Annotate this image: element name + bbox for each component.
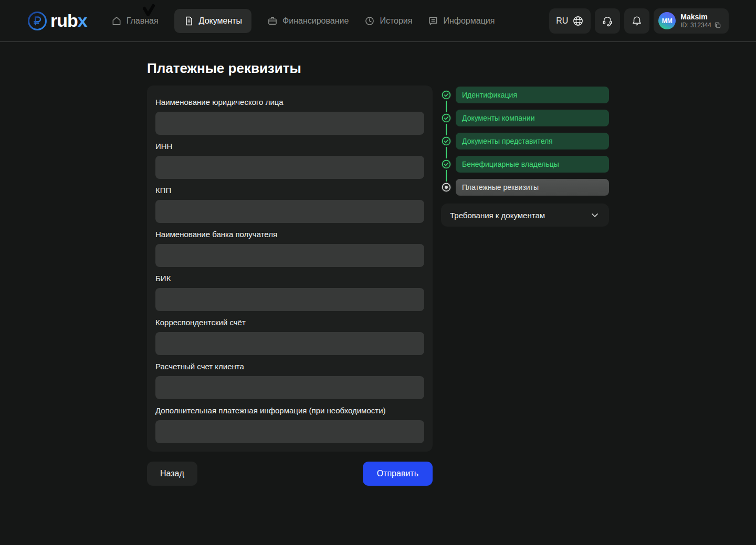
header: rubx Главная Документы Финансирование [0,0,756,42]
step-chip[interactable]: Документы компании [456,110,609,126]
field-label-additional-info: Дополнительная платежная информация (при… [155,406,424,415]
user-id-label: ID: 312344 [680,22,711,29]
field-label-inn: ИНН [155,142,424,151]
field-input-inn[interactable] [155,156,424,179]
avatar: MM [658,12,676,29]
nav-item-financing[interactable]: Финансирование [267,16,349,26]
user-id: ID: 312344 [680,22,721,29]
document-requirements-dropdown[interactable]: Требования к документам [441,204,609,227]
field-label-bik: БИК [155,274,424,283]
field-label-legal-name: Наименование юридического лица [155,98,424,106]
field-input-kpp[interactable] [155,200,424,223]
step-representative-documents: Документы представителя [441,133,609,149]
clock-icon [364,16,375,26]
onboarding-stepper: Идентификация Документы компании [441,86,609,227]
form-actions: Назад Отправить [147,462,433,486]
user-name: Maksim [680,13,721,22]
chevron-down-icon [590,210,600,220]
page-title: Платежные реквизиты [147,60,756,77]
check-circle-icon [440,158,452,170]
nav-item-information[interactable]: Информация [428,16,495,26]
headset-icon [602,15,613,27]
language-label: RU [556,16,568,26]
check-circle-icon [440,135,452,147]
header-controls: RU MM [549,8,729,34]
briefcase-icon [267,16,278,26]
user-menu[interactable]: MM Maksim ID: 312344 [654,8,729,34]
submit-button[interactable]: Отправить [363,462,433,486]
check-circle-icon [440,89,452,101]
nav-item-history[interactable]: История [364,16,412,26]
field-input-bik[interactable] [155,288,424,311]
main-content: Платежные реквизиты Наименование юридиче… [0,42,756,486]
field-input-additional-info[interactable] [155,420,424,443]
step-beneficial-owners: Бенефициарные владельцы [441,156,609,173]
field-label-kpp: КПП [155,186,424,195]
avatar-initials: MM [662,17,673,25]
back-button[interactable]: Назад [147,462,197,486]
notifications-button[interactable] [624,8,649,34]
step-chip[interactable]: Идентификация [456,87,609,103]
step-chip[interactable]: Платежные реквизиты [456,179,609,196]
field-input-bank-name[interactable] [155,244,424,267]
form-card: Наименование юридического лица ИНН КПП Н… [147,86,433,452]
ruble-logo-icon [27,11,47,31]
home-icon [111,16,122,26]
cursor-artifact [142,4,155,19]
nav-label: Информация [443,16,495,26]
copy-icon[interactable] [714,22,721,29]
step-company-documents: Документы компании [441,110,609,126]
field-input-client-account[interactable] [155,376,424,399]
field-label-corr-account: Корреспондентский счёт [155,318,424,327]
globe-icon [572,15,584,27]
field-input-corr-account[interactable] [155,332,424,355]
step-identification: Идентификация [441,87,609,103]
nav-item-documents[interactable]: Документы [174,9,251,33]
radio-dot-icon [440,181,452,193]
bell-icon [631,15,643,27]
requirements-label: Требования к документам [450,211,545,220]
main-nav: Главная Документы Финансирование История [111,9,495,33]
field-label-bank-name: Наименование банка получателя [155,230,424,239]
nav-label: Документы [199,16,242,26]
check-circle-icon [440,112,452,124]
nav-label: История [380,16,412,26]
language-switcher[interactable]: RU [549,8,591,34]
logo-text: rubx [50,10,87,31]
logo[interactable]: rubx [27,10,87,31]
step-chip[interactable]: Бенефициарные владельцы [456,156,609,173]
chat-icon [428,16,438,26]
field-input-legal-name[interactable] [155,112,424,135]
document-icon [184,16,194,26]
user-meta: Maksim ID: 312344 [680,13,721,29]
field-label-client-account: Расчетный счет клиента [155,362,424,371]
step-payment-details: Платежные реквизиты [441,179,609,196]
support-button[interactable] [595,8,620,34]
nav-label: Финансирование [282,16,349,26]
step-chip[interactable]: Документы представителя [456,133,609,149]
payment-details-form: Наименование юридического лица ИНН КПП Н… [147,86,433,486]
